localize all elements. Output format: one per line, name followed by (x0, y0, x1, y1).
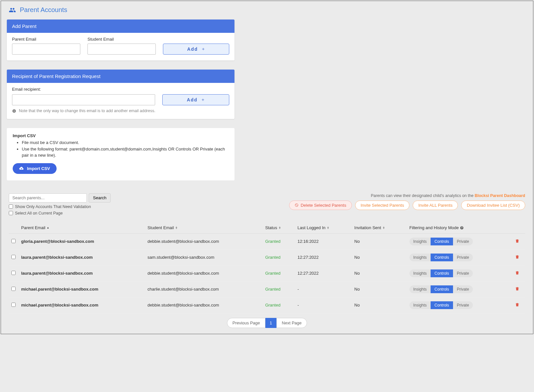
table-row: laura.parent@blocksi-sandbox.comdebbie.s… (9, 265, 525, 281)
import-bullet-2: Use the following format: parent@domain.… (22, 146, 229, 159)
parents-table: Parent Email▲ Student Email▲▼ Status▲▼ L… (9, 222, 525, 313)
cell-parent-email: laura.parent@blocksi-sandbox.com (19, 249, 145, 265)
import-bullet-1: File must be a CSV document. (22, 139, 229, 146)
delete-row-button[interactable] (515, 286, 520, 292)
cell-invitation: No (352, 233, 407, 249)
dashboard-link[interactable]: Blocksi Parent Dashboard (474, 193, 525, 198)
trash-icon (515, 270, 520, 275)
cell-invitation: No (352, 281, 407, 297)
col-invitation-sent[interactable]: Invitation Sent▲▼ (352, 222, 407, 234)
mode-controls[interactable]: Controls (431, 254, 453, 261)
import-csv-btn-label: Import CSV (27, 166, 50, 171)
info-icon (12, 109, 16, 113)
import-csv-title: Import CSV (13, 133, 229, 138)
search-button[interactable]: Search (89, 193, 111, 203)
col-filtering-mode: Filtering and History Mode (407, 222, 512, 234)
mode-private[interactable]: Private (453, 301, 473, 309)
users-group-icon (9, 7, 16, 14)
mode-toggle: InsightsControlsPrivate (409, 285, 473, 293)
add-parent-header: Add Parent (7, 20, 234, 33)
mode-insights[interactable]: Insights (409, 285, 431, 293)
row-checkbox[interactable] (11, 255, 16, 259)
cell-student-email: debbie.student@blocksi-sandbox.com (145, 265, 263, 281)
delete-row-button[interactable] (515, 270, 520, 276)
svg-line-1 (296, 204, 298, 206)
delete-selected-button[interactable]: Delete Selected Parents (289, 201, 352, 210)
row-checkbox[interactable] (11, 287, 16, 291)
mode-insights[interactable]: Insights (409, 238, 431, 245)
add-recipient-label: Add (187, 97, 197, 102)
info-text: Parents can view their designated child'… (289, 193, 525, 198)
parent-email-label: Parent Email (12, 37, 80, 42)
delete-row-button[interactable] (515, 302, 520, 308)
mode-insights[interactable]: Insights (409, 269, 431, 277)
table-row: michael.parent@blocksi-sandbox.comcharli… (9, 281, 525, 297)
cell-student-email: debbie.student@blocksi-sandbox.com (145, 297, 263, 313)
show-only-validation-label: Show Only Accounts That Need Validation (15, 204, 91, 209)
next-page-button[interactable]: Next Page (276, 318, 307, 328)
parents-table-section: Search Show Only Accounts That Need Vali… (7, 193, 527, 328)
student-email-input[interactable] (87, 44, 156, 55)
row-checkbox[interactable] (11, 303, 16, 307)
add-parent-card: Add Parent Parent Email Student Email Ad… (7, 20, 234, 60)
import-csv-button[interactable]: Import CSV (13, 163, 57, 174)
cell-last-logged: 12:27:2022 (295, 249, 352, 265)
parent-email-input[interactable] (12, 44, 80, 55)
table-row: gloria.parent@blocksi-sandbox.comdebbie.… (9, 233, 525, 249)
col-status[interactable]: Status▲▼ (262, 222, 295, 234)
cell-parent-email: laura.parent@blocksi-sandbox.com (19, 265, 145, 281)
cell-parent-email: michael.parent@blocksi-sandbox.com (19, 297, 145, 313)
show-only-validation-checkbox[interactable] (9, 204, 13, 209)
pagination: Previous Page 1 Next Page (9, 318, 525, 328)
col-student-email[interactable]: Student Email▲▼ (145, 222, 263, 234)
info-prefix: Parents can view their designated child'… (371, 193, 474, 198)
table-row: michael.parent@blocksi-sandbox.comdebbie… (9, 297, 525, 313)
search-input[interactable] (9, 193, 87, 203)
mode-controls[interactable]: Controls (431, 269, 453, 277)
trash-icon (515, 302, 520, 307)
mode-insights[interactable]: Insights (409, 254, 431, 261)
row-checkbox[interactable] (11, 239, 16, 243)
download-invitee-button[interactable]: Download Invitee List (CSV) (461, 201, 525, 210)
mode-controls[interactable]: Controls (431, 285, 453, 293)
email-recipient-input[interactable] (12, 94, 155, 105)
cell-last-logged: - (295, 281, 352, 297)
page-number-1[interactable]: 1 (265, 318, 276, 328)
mode-toggle: InsightsControlsPrivate (409, 238, 473, 245)
cell-status: Granted (262, 297, 295, 313)
question-icon[interactable] (460, 226, 464, 230)
cell-status: Granted (262, 281, 295, 297)
select-all-label: Select All on Current Page (15, 211, 63, 216)
delete-row-button[interactable] (515, 255, 520, 260)
cell-invitation: No (352, 249, 407, 265)
mode-controls[interactable]: Controls (431, 238, 453, 245)
plus-icon (201, 47, 205, 51)
mode-private[interactable]: Private (453, 238, 473, 245)
cell-last-logged: - (295, 297, 352, 313)
mode-controls[interactable]: Controls (431, 301, 453, 309)
row-checkbox[interactable] (11, 271, 16, 275)
col-last-logged[interactable]: Last Logged In▲▼ (295, 222, 352, 234)
add-parent-button[interactable]: Add (163, 44, 229, 55)
mode-private[interactable]: Private (453, 254, 473, 261)
student-email-label: Student Email (87, 37, 156, 42)
select-all-checkbox[interactable] (9, 211, 13, 215)
cell-student-email: sam.student@blocksi-sandbox.com (145, 249, 263, 265)
email-recipient-label: Email recipient: (12, 87, 229, 92)
add-recipient-button[interactable]: Add (162, 94, 229, 105)
import-csv-card: Import CSV File must be a CSV document. … (7, 128, 234, 180)
cloud-upload-icon (19, 166, 24, 171)
mode-private[interactable]: Private (453, 269, 473, 277)
mode-insights[interactable]: Insights (409, 301, 431, 309)
invite-all-button[interactable]: Invite ALL Parents (413, 201, 458, 210)
page-title: Parent Accounts (20, 6, 67, 14)
recipient-note-text: Note that the only way to change this em… (19, 109, 155, 113)
col-parent-email[interactable]: Parent Email▲ (19, 222, 145, 234)
recipient-note: Note that the only way to change this em… (12, 109, 229, 113)
invite-selected-button[interactable]: Invite Selected Parents (355, 201, 410, 210)
recipient-header: Recipient of Parent Registration Request (7, 70, 234, 83)
add-button-label: Add (187, 46, 198, 52)
delete-row-button[interactable] (515, 239, 520, 244)
mode-private[interactable]: Private (453, 285, 473, 293)
prev-page-button[interactable]: Previous Page (227, 318, 266, 328)
